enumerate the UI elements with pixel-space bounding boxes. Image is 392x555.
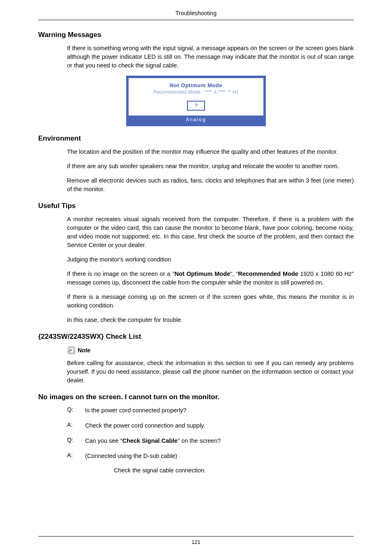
osd-recommended-mode: Recommended Mode : **** X **** ** Hz <box>131 89 261 95</box>
qa-q2-text: Can you see "Check Signal Cable" on the … <box>85 437 354 445</box>
qa-a2: A: (Connected using the D-sub cable) <box>67 452 354 460</box>
qa-q1-label: Q: <box>67 406 76 413</box>
heading-useful-tips: Useful Tips <box>38 202 354 210</box>
note-icon <box>67 346 76 355</box>
tips-p2: Judging the monitor's working condition <box>67 255 354 264</box>
environment-p2: If there are any sub woofer speakers nea… <box>67 162 354 171</box>
checklist-note-body: Before calling for assistance, check the… <box>67 359 354 385</box>
environment-p1: The location and the position of the mon… <box>67 148 354 156</box>
qa-q2-bold: Check Signal Cable <box>122 437 178 444</box>
qa-a2-sub: Check the signal cable connection. <box>114 467 354 474</box>
osd-screenshot: Not Optimum Mode Recommended Mode : ****… <box>38 76 354 126</box>
osd-footer-label: Analog <box>129 116 263 124</box>
heading-check-list: {2243SW/2243SWX} Check List <box>38 333 354 341</box>
qa-a1-label: A: <box>67 421 76 428</box>
running-header: Troubleshooting <box>38 10 354 20</box>
qa-a2-text: (Connected using the D-sub cable) <box>85 452 354 460</box>
tips-p3-bold1: Not Optimum Mode <box>175 271 230 277</box>
tips-p3: If there is no image on the screen or a … <box>67 270 354 287</box>
note-label: Note <box>78 347 90 354</box>
heading-environment: Environment <box>38 134 354 143</box>
tips-p5: In this case, check the computer for tro… <box>67 316 354 324</box>
environment-p3: Remove all electronic devices such as ra… <box>67 176 354 194</box>
heading-warning-messages: Warning Messages <box>38 31 354 39</box>
qa-q2-label: Q: <box>67 437 76 443</box>
qa-q2-pre: Can you see " <box>85 437 122 444</box>
qa-a2-label: A: <box>67 452 76 458</box>
tips-p3-mid: ", " <box>230 271 238 277</box>
page-number: 121 <box>38 539 354 545</box>
tips-p1: A monitor recreates visual signals recei… <box>67 215 354 250</box>
osd-title: Not Optimum Mode <box>131 82 261 88</box>
qa-a1-text: Check the power cord connection and supp… <box>85 421 354 430</box>
qa-q1: Q: Is the power cord connected properly? <box>67 406 354 415</box>
tips-p4: If there is a message coming up on the s… <box>67 293 354 310</box>
warning-paragraph: If there is something wrong with the inp… <box>67 44 354 70</box>
header-rule <box>38 20 354 20</box>
osd-question-button: ? <box>187 101 205 111</box>
tips-p3-pre: If there is no image on the screen or a … <box>67 271 175 277</box>
tips-p3-bold2: Recommended Mode <box>238 271 298 277</box>
qa-q2: Q: Can you see "Check Signal Cable" on t… <box>67 437 354 445</box>
qa-a1: A: Check the power cord connection and s… <box>67 421 354 430</box>
qa-q1-text: Is the power cord connected properly? <box>85 406 354 415</box>
footer-rule <box>38 536 354 536</box>
qa-q2-post: " on the screen? <box>178 437 221 444</box>
heading-no-images: No images on the screen. I cannot turn o… <box>38 393 354 401</box>
